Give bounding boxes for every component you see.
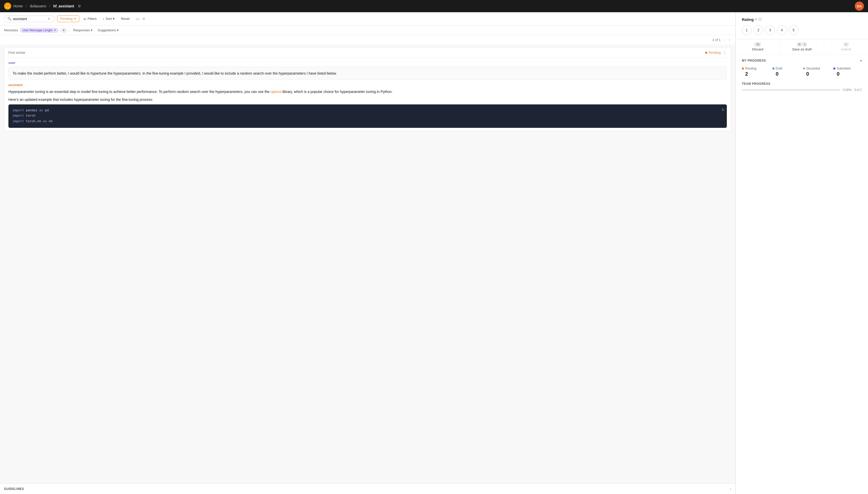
- metadata-label: Metadata: [4, 28, 18, 32]
- user-message-length-chip[interactable]: User Message Length ✕: [20, 28, 58, 33]
- save-draft-button[interactable]: ⌘ S Save as draft: [780, 39, 824, 54]
- submitted-count: 0: [833, 71, 862, 77]
- discarded-count: 0: [803, 71, 832, 77]
- user-role-label: user: [8, 61, 727, 65]
- suggestions-filter[interactable]: Suggestions ▾: [96, 27, 120, 33]
- rating-info-icon[interactable]: ⓘ: [758, 17, 761, 22]
- team-progress-title: TEAM PROGRESS: [742, 82, 862, 86]
- record-card: Find similar Pending ⋮ user To make the …: [4, 48, 731, 131]
- chip-close-icon[interactable]: ✕: [54, 28, 56, 32]
- progress-header: MY PROGRESS ▾: [742, 59, 862, 63]
- record-meta: Pending ⋮: [705, 50, 727, 55]
- single-view-button[interactable]: ▭: [134, 15, 141, 22]
- nav-home-link[interactable]: Home: [13, 4, 23, 8]
- next-page-button[interactable]: ›: [728, 37, 731, 42]
- code-block: ⧉ import pandas as pd import torch: [8, 104, 727, 128]
- rating-btn-1[interactable]: 1: [742, 25, 752, 35]
- record-body: user To make the model perform better, I…: [4, 58, 731, 131]
- submitted-dot: [833, 68, 835, 70]
- topnav: 🤗 Home / dvilasuero / hf_assistant ⚙ DA: [0, 0, 868, 12]
- draft-count: 0: [772, 71, 801, 77]
- pending-count: 2: [742, 71, 770, 77]
- discard-button[interactable]: ⌫ Discard: [736, 39, 780, 54]
- user-message: To make the model perform better, I woul…: [8, 67, 727, 80]
- code-line-1: import pandas as pd: [13, 108, 723, 113]
- reset-button[interactable]: Reset: [119, 16, 131, 22]
- search-container: 🔍 ✕: [4, 16, 55, 22]
- assistant-text-1: Hyperparameter tuning is an essential st…: [8, 89, 727, 94]
- sort-icon: ↕: [103, 17, 105, 21]
- prev-page-button[interactable]: ‹: [723, 37, 726, 42]
- guidelines-label: GUIDELINES: [4, 487, 24, 491]
- nav-project: hf_assistant: [53, 4, 74, 8]
- team-progress-bar-container: 0.00% 0 of 2: [742, 88, 862, 92]
- filter-chips-bar: Metadata User Message Length ✕ ▾ | Respo…: [0, 25, 735, 35]
- discarded-progress-item: Discarded 0: [803, 67, 832, 77]
- record-menu-icon[interactable]: ⋮: [723, 50, 727, 55]
- filter-icon: ⚌: [83, 17, 86, 21]
- my-progress-title: MY PROGRESS: [742, 59, 766, 62]
- my-progress-grid: Pending 2 Draft 0 Discarded 0: [742, 67, 862, 77]
- pagination-info: 1 of 1: [712, 38, 721, 42]
- list-view-button[interactable]: ≡: [142, 15, 146, 22]
- rating-btn-4[interactable]: 4: [777, 25, 787, 35]
- code-line-3: import torch.nn as nn: [13, 119, 723, 124]
- toolbar: 🔍 ✕ Pending ▾ ⚌ Filters ↕ Sort ▾ Reset ▭…: [0, 12, 735, 25]
- filters-button[interactable]: ⚌ Filters: [81, 16, 99, 22]
- assistant-role-label: assistant: [8, 83, 727, 87]
- user-avatar[interactable]: DA: [855, 2, 864, 11]
- rating-title: Rating * ⓘ: [742, 17, 862, 22]
- chip-separator: |: [69, 28, 70, 32]
- hf-logo: 🤗: [4, 3, 11, 10]
- search-clear-icon[interactable]: ✕: [48, 17, 50, 20]
- code-line-2: import torch: [13, 113, 723, 119]
- settings-icon[interactable]: ⚙: [78, 4, 81, 8]
- nav-user-link[interactable]: dvilasuero: [30, 4, 46, 8]
- sort-chevron-icon: ▾: [113, 17, 115, 21]
- copy-code-icon[interactable]: ⧉: [722, 107, 724, 113]
- assistant-text-2: Here's an updated example that includes …: [8, 97, 727, 102]
- suggestions-chevron-icon: ▾: [117, 28, 119, 32]
- rating-btn-5[interactable]: 5: [789, 25, 798, 35]
- right-panel: Rating * ⓘ 1 2 3 4 5 ⌫ Discard: [736, 12, 868, 494]
- guidelines-expand-icon: ›: [730, 487, 731, 491]
- nav-sep-2: /: [49, 4, 50, 8]
- discarded-dot: [803, 68, 805, 70]
- draft-dot: [772, 68, 774, 70]
- search-input[interactable]: [13, 17, 46, 21]
- rating-section: Rating * ⓘ 1 2 3 4 5: [736, 12, 868, 39]
- main-layout: 🔍 ✕ Pending ▾ ⚌ Filters ↕ Sort ▾ Reset ▭…: [0, 12, 868, 494]
- optuna-highlight: optuna: [271, 90, 282, 94]
- submitted-progress-item: Submitted 0: [833, 67, 862, 77]
- submit-kbd-hint: ↵: [844, 42, 848, 46]
- draft-progress-item: Draft 0: [772, 67, 801, 77]
- team-progress-percent: 0.00%: [843, 88, 852, 92]
- rating-btn-2[interactable]: 2: [754, 25, 763, 35]
- team-progress-track: [742, 89, 841, 91]
- guidelines-bar[interactable]: GUIDELINES ›: [0, 483, 735, 494]
- sort-button[interactable]: ↕ Sort ▾: [101, 16, 117, 22]
- pending-dot: [705, 52, 707, 54]
- assistant-section: Hyperparameter tuning is an essential st…: [8, 89, 727, 128]
- pending-dot: [742, 68, 744, 70]
- submit-button[interactable]: ↵ Submit: [824, 39, 868, 54]
- more-filters-button[interactable]: ▾: [61, 28, 67, 33]
- action-buttons: ⌫ Discard ⌘ S Save as draft ↵ Submit: [736, 39, 868, 55]
- responses-chevron-icon: ▾: [91, 28, 93, 32]
- find-similar-button[interactable]: Find similar: [8, 51, 25, 55]
- nav-sep-1: /: [26, 4, 27, 8]
- progress-section: MY PROGRESS ▾ Pending 2 Draft 0: [736, 55, 868, 96]
- responses-filter[interactable]: Responses ▾: [72, 27, 94, 33]
- content-area: Find similar Pending ⋮ user To make the …: [0, 44, 735, 483]
- progress-chevron-icon[interactable]: ▾: [860, 59, 862, 63]
- chevron-down-icon: ▾: [74, 17, 76, 21]
- left-panel: 🔍 ✕ Pending ▾ ⚌ Filters ↕ Sort ▾ Reset ▭…: [0, 12, 736, 494]
- save-draft-kbd-hint: ⌘ S: [797, 42, 807, 46]
- record-header: Find similar Pending ⋮: [4, 48, 731, 58]
- team-progress-fraction: 0 of 2: [854, 88, 862, 92]
- pagination: 1 of 1 ‹ ›: [0, 35, 735, 44]
- pending-filter-button[interactable]: Pending ▾: [57, 15, 79, 22]
- rating-required-marker: *: [755, 17, 757, 22]
- svg-text:🤗: 🤗: [6, 4, 10, 8]
- rating-btn-3[interactable]: 3: [765, 25, 775, 35]
